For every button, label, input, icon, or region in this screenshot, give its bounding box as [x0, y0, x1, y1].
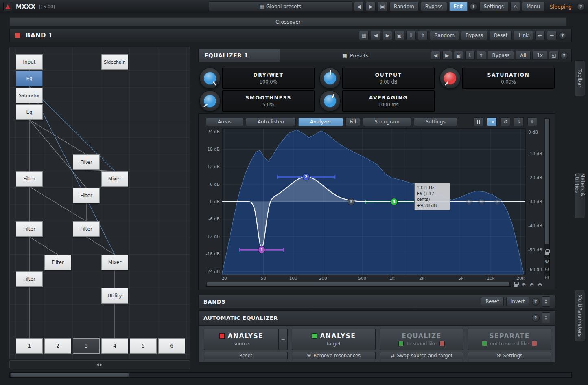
node-filter[interactable]: Filter	[73, 188, 100, 203]
normalize-icon[interactable]: ⇥	[487, 117, 497, 126]
band-marker-3[interactable]: 3	[348, 198, 354, 205]
band-help-button[interactable]: ?	[559, 32, 566, 40]
prev-preset-button[interactable]: ◀	[354, 2, 364, 11]
band-arrow-left-button[interactable]: ←	[535, 31, 545, 40]
band-marker-7[interactable]: 7	[494, 198, 501, 205]
band-color-swatch[interactable]	[15, 33, 20, 38]
eq-next-button[interactable]: ▶	[442, 51, 452, 60]
band-marker-5[interactable]: 5	[466, 198, 472, 205]
auto-eq-help-button[interactable]: ?	[532, 314, 540, 322]
eq-export-icon[interactable]: ⇧	[477, 51, 486, 60]
h-zoom-fit-icon[interactable]: ⊖	[536, 281, 544, 288]
equalizer-tab[interactable]: EQUALIZER 1	[199, 49, 280, 62]
scroll-left-icon[interactable]: ◀	[96, 363, 100, 367]
smoothness-knob[interactable]	[199, 90, 221, 112]
saturation-value-button[interactable]: SATURATION 0.00%	[462, 68, 555, 89]
bands-help-button[interactable]: ?	[532, 298, 540, 306]
graph-tab-areas[interactable]: Areas	[206, 118, 243, 126]
output-knob[interactable]	[319, 68, 341, 89]
eq-bypass-button[interactable]: Bypass	[488, 51, 514, 60]
auto-eq-collapse-spinner[interactable]: ▲▼	[542, 312, 550, 323]
graph-tab-settings[interactable]: Settings	[414, 118, 457, 126]
averaging-value-button[interactable]: AVERAGING 1000 ms	[342, 90, 435, 112]
auto-eq-reset-button[interactable]: Reset	[204, 352, 288, 359]
band-bypass-button[interactable]: Bypass	[461, 31, 487, 40]
h-lock-icon[interactable]	[512, 280, 519, 288]
band-import-icon[interactable]: ⇩	[406, 31, 416, 40]
node-mixer[interactable]: Mixer	[101, 171, 128, 187]
bands-collapse-spinner[interactable]: ▲▼	[542, 296, 550, 307]
node-utility[interactable]: Utility	[101, 288, 128, 304]
sidebar-tab-multiparameters[interactable]: MultiParameters	[575, 290, 585, 341]
h-zoom-out-icon[interactable]: ⊖	[528, 281, 536, 288]
saturation-knob[interactable]	[439, 68, 461, 89]
band-export-icon[interactable]: ⇧	[418, 31, 428, 40]
graph-hscrollbar[interactable]	[206, 282, 511, 287]
eq-prev-button[interactable]: ◀	[431, 51, 441, 60]
analyse-source-menu-icon[interactable]: ≡	[279, 329, 288, 350]
output-value-button[interactable]: OUTPUT 0.00 dB	[342, 68, 435, 89]
band-prev-button[interactable]: ◀	[371, 31, 380, 40]
graph-import-icon[interactable]: ⇩	[514, 117, 524, 126]
node-filter[interactable]: Filter	[16, 271, 43, 287]
graph-hscroll-thumb[interactable]	[207, 282, 509, 286]
scroll-right-icon[interactable]: ▶	[100, 363, 103, 367]
node-eq[interactable]: Eq	[16, 71, 43, 86]
node-2[interactable]: 2	[44, 338, 71, 354]
graph-export-icon[interactable]: ⇧	[527, 117, 537, 126]
node-1[interactable]: 1	[16, 338, 43, 354]
band-next-button[interactable]: ▶	[383, 31, 392, 40]
sidebar-tab-meters-utilities[interactable]: Meters & Utilities	[575, 173, 585, 218]
h-zoom-in-icon[interactable]: ⊕	[520, 281, 527, 288]
home-icon[interactable]: ⌂	[510, 2, 520, 11]
dry-wet-knob[interactable]	[199, 68, 221, 89]
separate-button[interactable]: SEPARATE not to sound like	[468, 329, 551, 350]
node-filter[interactable]: Filter	[44, 255, 71, 270]
node-3[interactable]: 3	[73, 338, 100, 354]
smoothness-value-button[interactable]: SMOOTHNESS 5.0%	[222, 90, 315, 112]
zoom-out-icon[interactable]: ⊖	[543, 265, 551, 273]
help-button[interactable]: ?	[577, 3, 585, 11]
main-hscroll-thumb[interactable]	[11, 373, 129, 377]
node-mixer[interactable]: Mixer	[101, 255, 128, 270]
undo-icon[interactable]: ↺	[501, 117, 510, 126]
band-presets-grid-icon[interactable]: ▦	[359, 31, 369, 40]
eq-multiplier-button[interactable]: 1x	[532, 51, 547, 60]
band-arrow-right-button[interactable]: →	[547, 31, 557, 40]
bypass-button[interactable]: Bypass	[421, 2, 447, 11]
alert-icon[interactable]: !	[470, 3, 477, 11]
menu-button[interactable]: Menu	[522, 2, 544, 11]
eq-all-button[interactable]: All	[516, 51, 531, 60]
node-filter[interactable]: Filter	[73, 221, 100, 237]
node-filter[interactable]: Filter	[16, 171, 43, 187]
node-saturator[interactable]: Saturator	[16, 88, 43, 103]
random-button[interactable]: Random	[389, 2, 419, 11]
band-reset-button[interactable]: Reset	[490, 31, 512, 40]
sleeping-status[interactable]: Sleeping	[546, 4, 575, 10]
node-4[interactable]: 4	[101, 338, 128, 354]
node-sidechain[interactable]: Sidechain	[101, 54, 128, 70]
node-5[interactable]: 5	[130, 338, 157, 354]
settings-button[interactable]: Settings	[479, 2, 508, 11]
band-marker-2[interactable]: 2	[303, 174, 310, 180]
node-input[interactable]: Input	[16, 54, 43, 70]
edit-button[interactable]: Edit	[449, 2, 468, 11]
node-filter[interactable]: Filter	[16, 221, 43, 237]
routing-hscroll[interactable]: ◀ ▶	[9, 360, 190, 369]
sidebar-tab-toolbar[interactable]: Toolbar	[575, 60, 585, 96]
next-preset-button[interactable]: ▶	[366, 2, 376, 11]
band-random-button[interactable]: Random	[430, 31, 459, 40]
node-filter[interactable]: Filter	[73, 154, 100, 170]
remove-resonances-button[interactable]: ⚒Remove resonances	[292, 352, 376, 359]
eq-plot[interactable]: 123456724 dB18 dB12 dB6 dB0 dB-6 dB-12 d…	[199, 114, 556, 290]
eq-help-button[interactable]: ?	[560, 52, 568, 59]
band-link-button[interactable]: Link	[514, 31, 533, 40]
analyse-source-button[interactable]: ANALYSE source	[204, 329, 279, 350]
zoom-fit-icon[interactable]: ⊖	[543, 273, 551, 281]
graph-tab-fill[interactable]: Fill	[345, 118, 360, 126]
band-marker-1[interactable]: 1	[258, 246, 265, 253]
graph-tab-auto-listen[interactable]: Auto-listen	[246, 118, 296, 126]
crossover-bar[interactable]: Crossover	[9, 17, 567, 26]
zoom-in-icon[interactable]: ⊕	[543, 257, 551, 264]
dry-wet-value-button[interactable]: DRY/WET 100.0%	[222, 68, 315, 89]
